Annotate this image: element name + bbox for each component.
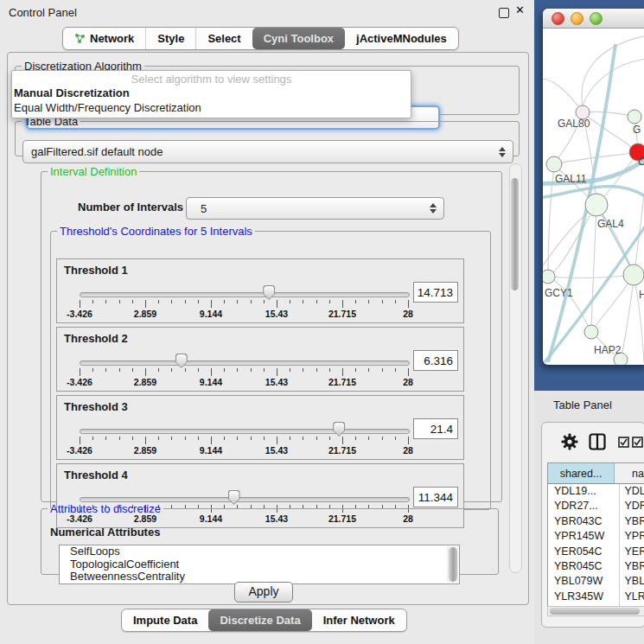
threshold-value-field[interactable]	[413, 282, 458, 303]
table-cell[interactable]: YPR145W	[548, 529, 620, 544]
table-cell[interactable]: YER054C	[548, 545, 620, 559]
table-row[interactable]: YER054CYER0	[548, 545, 644, 559]
threshold-slider[interactable]: -3.4262.8599.14415.4321.71528	[80, 354, 408, 388]
tab-impute-data[interactable]: Impute Data	[122, 609, 208, 631]
table-panel-title: Table Panel	[553, 399, 612, 411]
table-row[interactable]: YBR043CYBR0	[548, 514, 644, 529]
tab-label: Discretize Data	[220, 614, 300, 627]
tab-cyni-toolbox[interactable]: Cyni Toolbox	[252, 28, 345, 49]
node-label: HAP2	[594, 344, 622, 356]
slider-thumb[interactable]	[333, 422, 345, 437]
table-cell[interactable]: YER0	[620, 545, 644, 559]
tab-infer-network[interactable]: Infer Network	[312, 609, 406, 631]
table-cell[interactable]: YBR0	[620, 514, 644, 529]
tab-style[interactable]: Style	[145, 28, 195, 49]
close-panel-icon[interactable]: ✕	[515, 3, 525, 16]
table-row[interactable]: YDR27...YDR2	[548, 499, 644, 513]
checkbox-icon[interactable]	[618, 437, 629, 448]
attributes-box: Attributes to discretize Numerical Attri…	[41, 502, 499, 575]
slider-thumb[interactable]	[175, 354, 188, 368]
network-node[interactable]	[543, 270, 555, 284]
table-cell[interactable]: YBR045C	[548, 559, 620, 574]
tick-mark	[185, 300, 186, 303]
thresholds-legend: Threshold's Coordinates for 5 Intervals	[57, 225, 255, 238]
table-cell[interactable]: YPR1	[620, 529, 644, 544]
network-view-window: GAL80GCGAL11GAL4GCY1HHAP2	[543, 9, 644, 365]
tick-mark	[198, 437, 199, 440]
apply-button[interactable]: Apply	[234, 582, 293, 603]
float-panel-icon[interactable]	[499, 8, 509, 18]
algorithm-option-manual[interactable]: Manual Discretization	[14, 86, 130, 99]
table-cell[interactable]: YBR043C	[548, 514, 620, 529]
slider-thumb[interactable]	[263, 285, 275, 300]
table-cell[interactable]: YDR27...	[548, 499, 620, 513]
table-data-combo[interactable]: galFiltered.sif default node	[22, 140, 513, 163]
network-node[interactable]	[623, 265, 644, 285]
number-of-intervals-combo[interactable]: 5	[186, 197, 444, 220]
split-columns-icon[interactable]	[589, 433, 606, 450]
numerical-attributes-list[interactable]: SelfLoopsTopologicalCoefficientBetweenne…	[59, 545, 460, 584]
network-node[interactable]	[585, 194, 608, 216]
attributes-scrollbar[interactable]	[447, 546, 458, 583]
threshold-slider[interactable]: -3.4262.8599.14415.4321.71528	[80, 422, 408, 456]
column-header-shared[interactable]: shared...	[548, 463, 615, 483]
panel-vertical-scrollbar[interactable]	[509, 163, 522, 573]
attribute-item[interactable]: TopologicalCoefficient	[60, 558, 459, 571]
tab-discretize-data[interactable]: Discretize Data	[208, 609, 311, 631]
table-row[interactable]: YDL19...YDL1	[548, 484, 644, 499]
tick-mark	[264, 300, 265, 303]
table-row[interactable]: YLR345WYLR3	[548, 590, 644, 604]
network-node[interactable]	[546, 156, 562, 172]
tick-mark	[105, 368, 106, 372]
table-cell[interactable]: YDR2	[620, 499, 644, 513]
numerical-attributes-label: Numerical Attributes	[50, 526, 160, 539]
tick-mark	[251, 300, 252, 303]
attribute-item[interactable]: SelfLoops	[60, 545, 459, 558]
tab-jactivemnodules[interactable]: jActiveMNodules	[345, 28, 458, 49]
minimize-window-button[interactable]	[571, 12, 583, 25]
tick-mark	[303, 300, 303, 303]
network-node[interactable]	[628, 110, 641, 124]
tab-network[interactable]: Network	[63, 28, 145, 49]
slider-track	[80, 360, 410, 366]
tick-mark	[132, 300, 133, 303]
attributes-scrollbar-thumb[interactable]	[449, 547, 457, 582]
tick-mark	[290, 368, 290, 372]
table-cell[interactable]: YLR3	[620, 590, 644, 604]
network-node[interactable]	[584, 325, 598, 339]
slider-ticks	[80, 300, 408, 308]
zoom-window-button[interactable]	[590, 12, 603, 25]
threshold-slider[interactable]: -3.4262.8599.14415.4321.71528	[80, 285, 408, 320]
tab-label: Impute Data	[133, 614, 197, 627]
panel-vertical-scrollbar-thumb[interactable]	[511, 178, 519, 290]
threshold-list: Threshold 1-3.4262.8599.14415.4321.71528…	[51, 258, 490, 528]
tick-mark	[92, 300, 93, 303]
tick-label: 2.859	[134, 309, 156, 319]
table-row[interactable]: YBL079WYBL0	[548, 574, 644, 589]
table-row[interactable]: YBR045CYBR0	[548, 559, 644, 574]
table-cell[interactable]: YDL1	[620, 484, 644, 499]
gear-icon[interactable]	[561, 433, 578, 450]
slider-tick-labels: -3.4262.8599.14415.4321.71528	[80, 377, 408, 387]
tick-mark	[132, 368, 133, 372]
close-window-button[interactable]	[552, 12, 564, 25]
tick-mark	[329, 300, 330, 303]
threshold-value-field[interactable]	[413, 350, 458, 371]
table-cell[interactable]: YBR0	[620, 559, 644, 574]
table-cell[interactable]: YLR345W	[548, 590, 620, 604]
tick-mark	[211, 300, 212, 308]
table-row[interactable]: YPR145WYPR1	[548, 529, 644, 544]
table-horizontal-scrollbar[interactable]	[547, 606, 644, 616]
table-horizontal-scrollbar-thumb[interactable]	[550, 608, 640, 615]
checkbox-icon[interactable]	[632, 437, 643, 448]
column-header-na[interactable]: na	[615, 463, 644, 483]
threshold-value-field[interactable]	[413, 418, 458, 439]
network-canvas[interactable]: GAL80GCGAL11GAL4GCY1HHAP2	[543, 29, 644, 365]
table-cell[interactable]: YDL19...	[548, 484, 620, 499]
algorithm-option-equal-width[interactable]: Equal Width/Frequency Discretization	[14, 101, 201, 114]
table-cell[interactable]: YBL0	[620, 574, 644, 589]
table-cell[interactable]: YBL079W	[548, 574, 620, 589]
tab-select[interactable]: Select	[195, 28, 252, 49]
tick-mark	[185, 437, 186, 440]
tick-label: 28	[403, 309, 413, 319]
